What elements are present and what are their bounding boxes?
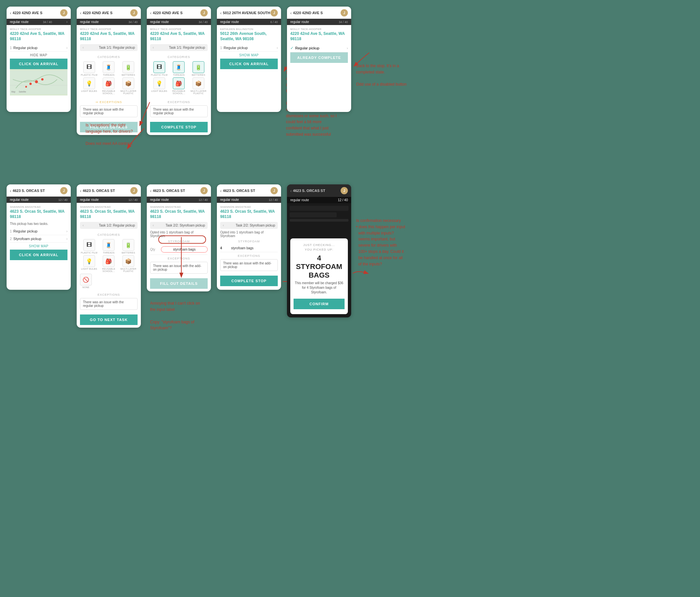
route-bar: regular route 34 / 40 › — [6, 19, 71, 25]
category-none[interactable]: 🚫 NONE — [80, 273, 92, 288]
svg-text:Satellite: Satellite — [19, 91, 26, 93]
exceptions-input[interactable]: There was an issue with the add-on picku… — [220, 259, 278, 271]
task-bar-chevron: ‹ — [223, 223, 224, 227]
task-bar-chevron: ‹ — [83, 46, 83, 49]
cat-label: LIGHT BULBS — [81, 90, 97, 92]
styrofoam-qty-text: styrofoam bags — [231, 246, 278, 250]
styrofoam-qty-input[interactable]: styrofoam bags — [161, 246, 208, 253]
complete-stop-button[interactable]: COMPLETE STOP — [150, 122, 208, 133]
category-light-bulbs[interactable]: 💡 LIGHT BULBS — [80, 77, 98, 95]
customer-address: 4623 S. Orcas St, Seattle, WA 98118 — [80, 209, 138, 219]
customer-name: SHANNON ANGSTEAD — [80, 206, 138, 209]
category-batteries[interactable]: 🔋 BATTERIES — [119, 61, 138, 76]
click-arrival-button[interactable]: CLICK ON ARRIVAL — [220, 58, 278, 69]
route-progress: 12 / 40 — [338, 198, 348, 202]
category-batteries[interactable]: 🔋 BATTERIES — [189, 61, 208, 76]
category-threads[interactable]: 🧵 THREADS — [170, 61, 188, 76]
exceptions-title: EXCEPTIONS — [220, 254, 278, 258]
category-multi-layer[interactable]: 📦 MULTI-LAYER PLASTIC — [119, 77, 138, 95]
task-num: 1 — [220, 46, 222, 50]
address-title: 4623 S. ORCAS ST — [12, 189, 45, 193]
exceptions-input[interactable]: There was an issue with the regular pick… — [80, 105, 138, 117]
category-batteries[interactable]: 🔋 BATTERIES — [119, 239, 138, 254]
annotation-exceptions: Is 'exceptions' the rightlanguage here, … — [85, 122, 145, 146]
task-item[interactable]: 1Regular pickup › — [10, 44, 68, 52]
click-arrival-button[interactable]: CLICK ON ARRIVAL — [10, 249, 68, 260]
category-threads[interactable]: 🧵 THREADS — [100, 239, 118, 254]
category-threads[interactable]: 🧵 THREADS — [100, 61, 118, 76]
phone-1-4-body: KATHLEEN BILLINGTON 5012 26th Avenue Sou… — [217, 25, 281, 72]
task-chevron-icon: › — [67, 46, 68, 50]
phone-1-5-body: MOLLY TACK-HOOPER 4220 42nd Ave S, Seatt… — [287, 25, 351, 66]
phone-1-3: ‹ 4220 42ND AVE S J regular route 34 / 4… — [147, 6, 211, 135]
category-plastic-film[interactable]: 🎞 PLASTIC FILM — [80, 61, 98, 76]
light-bulbs-icon: 💡 — [153, 77, 165, 89]
back-icon[interactable]: ‹ — [220, 10, 222, 16]
hide-map-button[interactable]: HIDE MAP — [10, 52, 68, 58]
styrofoam-section-title: STYROFOAM — [150, 240, 208, 243]
task-chevron-icon: › — [347, 46, 348, 50]
task-item-1[interactable]: 1Regular pickup › — [10, 228, 68, 235]
back-icon[interactable]: ‹ — [150, 10, 151, 16]
back-icon[interactable]: ‹ — [150, 188, 151, 193]
route-progress: 34 / 40 — [339, 20, 348, 24]
svg-text:Map: Map — [11, 91, 16, 94]
back-icon[interactable]: ‹ — [220, 188, 222, 193]
category-plastic-film[interactable]: 🎞 PLASTIC FILM — [80, 239, 98, 254]
back-icon[interactable]: ‹ — [10, 188, 11, 193]
category-reusable[interactable]: 🎒 REUSABLE SCHOOL... — [100, 255, 118, 272]
category-reusable[interactable]: 🎒 REUSABLE SCHOOL... — [170, 77, 188, 95]
go-next-task-button[interactable]: GO TO NEXT TASK — [80, 314, 138, 325]
avatar: J — [200, 9, 208, 17]
phone-1-2-body: MOLLY TACK-HOOPER 4220 42nd Ave S, Seatt… — [77, 25, 141, 135]
task-bar-chevron: ‹ — [153, 46, 154, 49]
show-map-button[interactable]: SHOW MAP — [220, 52, 278, 58]
route-arrow: › — [67, 20, 68, 24]
task-item-2[interactable]: 2Styrofoam pickup › — [10, 235, 68, 243]
phone-2-2-body: SHANNON ANGSTEAD 4623 S. Orcas St, Seatt… — [77, 203, 141, 328]
phone-2-1-header: ‹ 4623 S. ORCAS ST J — [6, 184, 71, 197]
confirm-button[interactable]: CONFIRM — [294, 298, 345, 309]
categories-title: CATEGORIES — [150, 55, 208, 58]
task-label: Styrofoam pickup — [14, 237, 42, 241]
category-multi-layer[interactable]: 📦 MULTI-LAYER PLASTIC — [119, 255, 138, 272]
complete-stop-button[interactable]: COMPLETE STOP — [220, 276, 278, 286]
task-num: 1 — [10, 230, 12, 233]
task-bar-label: Task 1/1: Regular pickup — [99, 46, 135, 49]
task-bar: ‹ Task 2/2: Styrofoam pickup — [220, 222, 278, 229]
back-icon[interactable]: ‹ — [290, 10, 292, 16]
category-light-bulbs[interactable]: 💡 LIGHT BULBS — [150, 77, 169, 95]
click-arrival-button[interactable]: CLICK ON ARRIVAL — [10, 58, 68, 69]
cat-label: PLASTIC FILM — [81, 74, 97, 76]
back-icon[interactable]: ‹ — [290, 188, 292, 193]
category-light-bulbs[interactable]: 💡 LIGHT BULBS — [80, 255, 98, 272]
task-label: Regular pickup — [14, 229, 38, 233]
category-plastic-film[interactable]: 🎞 PLASTIC FILM — [150, 61, 169, 76]
avatar: J — [60, 187, 68, 194]
cat-label: NONE — [82, 286, 89, 288]
task-item[interactable]: 1Regular pickup › — [220, 44, 278, 52]
cat-label: THREADS — [103, 74, 115, 76]
address-title: 4623 S. ORCAS ST — [83, 189, 115, 193]
show-map-button[interactable]: SHOW MAP — [10, 243, 68, 249]
map-area: Map Satellite — [10, 69, 68, 95]
dark-bg-content — [287, 203, 351, 225]
plastic-film-icon: 🎞 — [153, 61, 165, 73]
batteries-icon: 🔋 — [193, 61, 204, 73]
task-bar-chevron: ‹ — [153, 223, 154, 227]
exceptions-input[interactable]: There was an issue with the regular pick… — [80, 298, 138, 310]
category-reusable[interactable]: 🎒 REUSABLE SCHOOL... — [100, 77, 118, 95]
exceptions-input[interactable]: There was an issue with the regular pick… — [150, 105, 208, 117]
category-multi-layer[interactable]: 📦 MULTI-LAYER PLASTIC — [189, 77, 208, 95]
categories-grid: 🎞 PLASTIC FILM 🧵 THREADS 🔋 BATTERIES — [150, 61, 208, 95]
phone-2-4-body: SHANNON ANGSTEAD 4623 S. Orcas St, Seatt… — [217, 203, 281, 289]
back-icon[interactable]: ‹ — [10, 10, 11, 16]
task-bar-label: Task 1/1: Regular pickup — [169, 46, 205, 49]
route-label: regular route — [290, 198, 309, 202]
fill-out-button[interactable]: FILL OUT DETAILS — [150, 278, 208, 289]
exceptions-input[interactable]: There was an issue with the add-on picku… — [150, 262, 208, 273]
address-title: 4220 42ND AVE S — [12, 11, 43, 15]
back-icon[interactable]: ‹ — [80, 10, 81, 16]
task-bar-label: Task 2/2: Styrofoam pickup — [166, 223, 205, 227]
back-icon[interactable]: ‹ — [80, 188, 81, 193]
